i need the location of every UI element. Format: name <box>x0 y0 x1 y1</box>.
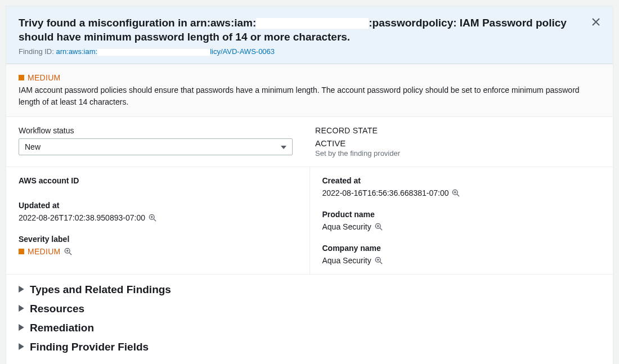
finding-detail-panel: Trivy found a misconfiguration in arn:aw… <box>6 6 613 364</box>
triangle-right-icon <box>19 323 24 332</box>
expander-label: Remediation <box>30 322 94 334</box>
severity-text: MEDIUM <box>28 73 61 82</box>
details-left: AWS account ID Updated at 2022-08-26T17:… <box>6 167 310 274</box>
finding-title: Trivy found a misconfiguration in arn:aw… <box>19 16 600 44</box>
expander-types[interactable]: Types and Related Findings <box>19 280 600 299</box>
magnify-plus-icon <box>64 248 72 255</box>
updated-at-label: Updated at <box>19 201 297 210</box>
finding-id-link[interactable]: arn:aws:iam:licy/AVD-AWS-0063 <box>56 47 275 56</box>
record-state-note: Set by the finding provider <box>315 149 589 158</box>
expander-provider-fields[interactable]: Finding Provider Fields <box>19 338 600 357</box>
expander-label: Resources <box>30 303 84 315</box>
expander-label: Finding Provider Fields <box>30 341 149 353</box>
svg-line-17 <box>380 262 382 264</box>
record-state-value: ACTIVE <box>315 138 589 148</box>
svg-line-9 <box>457 194 460 196</box>
triangle-right-icon <box>19 304 24 313</box>
expander-resources[interactable]: Resources <box>19 299 600 318</box>
redacted-segment <box>97 49 210 56</box>
expander-remediation[interactable]: Remediation <box>19 318 600 338</box>
magnify-plus-icon <box>375 257 383 264</box>
triangle-right-icon <box>19 343 24 352</box>
aws-account-id-field: AWS account ID <box>19 176 297 188</box>
created-at-field: Created at 2022-08-16T16:56:36.668381-07… <box>322 176 601 197</box>
severity-label-value: MEDIUM <box>28 247 61 256</box>
redacted-segment <box>256 18 369 29</box>
created-at-filter[interactable] <box>452 189 460 197</box>
product-name-label: Product name <box>322 210 601 219</box>
product-name-value: Aqua Security <box>322 222 371 231</box>
updated-at-field: Updated at 2022-08-26T17:02:38.950893-07… <box>19 201 297 222</box>
svg-line-13 <box>380 228 382 230</box>
svg-line-1 <box>154 219 156 221</box>
workflow-status-label: Workflow status <box>19 126 293 135</box>
workflow-status-col: Workflow status New <box>19 126 304 158</box>
severity-filter[interactable] <box>64 248 72 255</box>
close-icon <box>591 17 600 26</box>
severity-color-icon <box>19 75 24 80</box>
product-name-filter[interactable] <box>375 223 383 231</box>
record-state-col: RECORD STATE ACTIVE Set by the finding p… <box>304 126 600 158</box>
product-name-field: Product name Aqua Security <box>322 210 601 231</box>
title-prefix: Trivy found a misconfiguration in arn:aw… <box>19 17 256 29</box>
record-state-label: RECORD STATE <box>315 126 589 135</box>
details-grid: AWS account ID Updated at 2022-08-26T17:… <box>6 167 613 275</box>
status-section: Workflow status New RECORD STATE ACTIVE … <box>6 117 613 167</box>
chevron-down-icon <box>281 142 286 151</box>
company-name-value: Aqua Security <box>322 256 371 265</box>
close-button[interactable] <box>591 17 600 26</box>
finding-id-label: Finding ID: <box>19 47 56 56</box>
aws-account-id-label: AWS account ID <box>19 176 297 185</box>
severity-label-label: Severity label <box>19 235 297 244</box>
finding-description: IAM account password policies should ens… <box>19 84 600 107</box>
svg-line-5 <box>69 253 71 255</box>
triangle-right-icon <box>19 285 24 294</box>
finding-id-line: Finding ID: arn:aws:iam:licy/AVD-AWS-006… <box>19 47 600 56</box>
expander-label: Types and Related Findings <box>30 284 171 296</box>
magnify-plus-icon <box>149 214 156 222</box>
severity-label-field: Severity label MEDIUM <box>19 235 297 256</box>
company-name-label: Company name <box>322 244 601 253</box>
updated-at-filter[interactable] <box>149 214 156 222</box>
severity-color-icon <box>19 249 24 254</box>
created-at-value: 2022-08-16T16:56:36.668381-07:00 <box>322 188 449 197</box>
magnify-plus-icon <box>375 223 383 231</box>
company-name-filter[interactable] <box>375 257 383 264</box>
details-right: Created at 2022-08-16T16:56:36.668381-07… <box>310 167 613 274</box>
severity-section: MEDIUM IAM account password policies sho… <box>6 64 613 117</box>
finding-header: Trivy found a misconfiguration in arn:aw… <box>6 6 613 64</box>
workflow-status-value: New <box>25 142 41 151</box>
workflow-status-select[interactable]: New <box>19 138 293 155</box>
magnify-plus-icon <box>452 189 460 197</box>
severity-badge: MEDIUM <box>19 73 600 82</box>
company-name-field: Company name Aqua Security <box>322 244 601 265</box>
created-at-label: Created at <box>322 176 601 185</box>
expander-section: Types and Related Findings Resources Rem… <box>6 275 613 364</box>
updated-at-value: 2022-08-26T17:02:38.950893-07:00 <box>19 213 145 222</box>
